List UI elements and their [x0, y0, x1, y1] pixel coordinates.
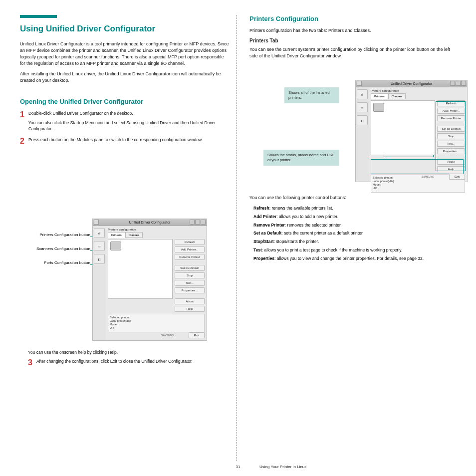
scanners-module-button[interactable]: ▭ [357, 102, 368, 112]
scanners-module-button[interactable]: ▭ [94, 241, 105, 251]
button-descriptions: Refresh: renews the available printers l… [251, 205, 459, 261]
section-heading: Using Unified Driver Configurator [20, 24, 230, 34]
callout-scanners-config: Scanners Configuration button [15, 246, 90, 251]
scanner-icon: ▭ [98, 244, 101, 248]
printers-module-button[interactable]: 🖨 [357, 89, 368, 99]
step-2-text: Press each button on the Modules pane to… [28, 137, 230, 143]
tab-classes[interactable]: Classes [388, 93, 406, 99]
tab-printers[interactable]: Printers [108, 232, 125, 238]
modules-pane: 🖨 ▭ ◧ [93, 226, 106, 340]
panel-label: Printers configuration [371, 89, 465, 92]
printer-icon: 🖨 [361, 93, 364, 96]
modules-pane: 🖨 ▭ ◧ [356, 87, 369, 182]
exit-button[interactable]: Exit [449, 174, 465, 180]
remove-printer-button[interactable]: Remove Printer [175, 254, 205, 260]
printer-list-item-icon [110, 241, 121, 250]
help-button[interactable]: Help [175, 306, 205, 312]
intro-paragraph-1: Unified Linux Driver Configurator is a t… [20, 41, 230, 67]
step-number: 3 [28, 358, 32, 367]
panel-label: Printers configuration [108, 228, 205, 231]
subsection-heading: Opening the Unified Driver Configurator [20, 98, 230, 105]
samsung-logo: SAMSUNG [422, 175, 434, 178]
screenshot-configurator-2: Unified Driver Configurator 🖨 ▭ ◧ Printe… [355, 80, 468, 182]
step-number: 2 [20, 137, 24, 146]
port-icon: ◧ [361, 119, 364, 122]
window-titlebar: Unified Driver Configurator [356, 80, 467, 87]
callout-printers-config: Printers Configuration button [15, 233, 90, 238]
window-controls [450, 81, 466, 86]
scanner-icon: ▭ [361, 106, 364, 109]
right-column: Printers Configuration Printers configur… [249, 15, 459, 63]
printers-module-button[interactable]: 🖨 [94, 228, 105, 238]
about-button[interactable]: About [175, 298, 205, 304]
ports-module-button[interactable]: ◧ [94, 254, 105, 264]
set-default-button[interactable]: Set as Default [175, 265, 205, 271]
printer-icon: 🖨 [98, 232, 101, 235]
selected-printer-info: Selected printer: Local printer(idle) Mo… [108, 314, 205, 332]
stop-button[interactable]: Stop [175, 272, 205, 278]
callout-installed-printers: Shows all of the installed printers. [284, 87, 339, 103]
tab-classes[interactable]: Classes [125, 232, 143, 238]
screenshot-1-container: Printers Configuration button Scanners C… [92, 219, 207, 341]
window-title: Unified Driver Configurator [391, 82, 432, 85]
window-title: Unified Driver Configurator [129, 221, 171, 224]
step-number: 1 [20, 110, 24, 135]
window-icon [94, 220, 99, 225]
screenshot-configurator-1: Unified Driver Configurator 🖨 ▭ ◧ Pri [92, 219, 207, 341]
control-buttons-intro: You can use the following printer contro… [249, 195, 459, 201]
screenshot-2-container: Unified Driver Configurator 🖨 ▭ ◧ Printe… [355, 80, 468, 182]
intro-paragraph-2: After installing the Unified Linux drive… [20, 71, 230, 84]
refresh-button[interactable]: Refresh [175, 239, 205, 245]
accent-bar [20, 15, 57, 18]
add-printer-button[interactable]: Add Printer... [175, 246, 205, 252]
samsung-logo: SAMSUNG [161, 334, 174, 337]
column-divider [237, 15, 237, 461]
callout-status-model-uri: Shows the status, model name and URI of … [263, 150, 339, 166]
printer-list-item-icon [373, 103, 384, 112]
page-footer: 31 [0, 465, 476, 469]
footer-title: Using Your Printer in Linux [259, 465, 306, 469]
step-3-text: After changing the configurations, click… [36, 358, 228, 364]
right-p2: You can see the current system's printer… [249, 46, 459, 59]
callout-ports-config: Ports Configuration button [15, 260, 90, 265]
ports-module-button[interactable]: ◧ [357, 115, 368, 125]
step-1-text: Double-click Unified Driver Configurator… [28, 110, 230, 116]
printers-listbox[interactable] [108, 239, 173, 299]
tab-printers[interactable]: Printers [371, 93, 388, 99]
tip-text: You can use the onscreen help by clickin… [28, 349, 228, 355]
window-icon [357, 81, 362, 86]
left-column: Using Unified Driver Configurator Unifie… [20, 15, 230, 148]
step-1b-text: You can also click the Startup Menu icon… [28, 120, 230, 132]
port-icon: ◧ [98, 257, 101, 261]
highlight-info [371, 159, 464, 174]
printers-listbox[interactable] [371, 100, 435, 155]
window-controls [190, 220, 206, 225]
right-subsection-heading: Printers Configuration [249, 15, 459, 22]
window-titlebar: Unified Driver Configurator [93, 219, 207, 226]
printers-tab-heading: Printers Tab [249, 38, 459, 43]
properties-button[interactable]: Properties... [175, 287, 205, 293]
test-button[interactable]: Test... [175, 280, 205, 286]
right-intro: Printers configuration has the two tabs:… [249, 27, 459, 34]
exit-button[interactable]: Exit [189, 332, 205, 338]
